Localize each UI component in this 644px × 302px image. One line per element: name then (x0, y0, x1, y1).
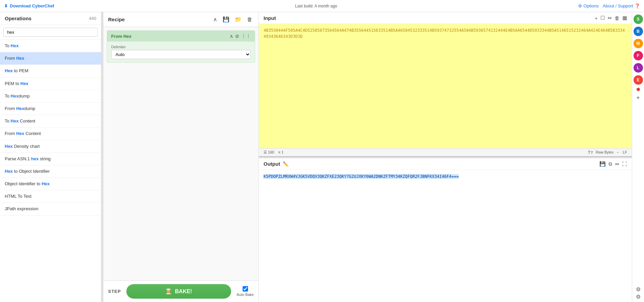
output-save-button[interactable]: 💾 (599, 161, 606, 167)
delimiter-label: Delimiter (111, 45, 251, 49)
input-status-bar: ☰ 160 ≡ 1 Tᴛ Raw Bytes ← LF (259, 148, 632, 156)
ops-item-from-hexdump[interactable]: From Hexdump (0, 103, 101, 115)
download-link[interactable]: ⬇ Download CyberChef (4, 3, 54, 8)
options-label: Options (584, 3, 599, 8)
recipe-title: Recipe (108, 17, 125, 22)
help-icon: ❓ (635, 3, 640, 8)
lf-label[interactable]: LF (623, 150, 627, 154)
recipe-collapse-button[interactable]: ∧ (212, 16, 219, 23)
char-count-label: ☰ 160 (264, 150, 274, 155)
input-text: 4B3550444F505A4C4D52585873564564A474B355… (264, 28, 625, 39)
settings-icon[interactable]: ⚙ (636, 294, 641, 300)
avatar-e[interactable]: E (634, 75, 643, 85)
output-fullscreen-button[interactable]: ⛶ (622, 161, 627, 167)
output-header-icons: 💾 ⧉ ⇔ ⛶ (599, 161, 627, 167)
search-input[interactable] (3, 28, 98, 37)
input-panel: Input + ☐ ⇔ 🗑 ▦ 4B3550444F505A4C4D525858… (259, 12, 632, 157)
notification-dot (637, 88, 640, 91)
bake-icon: 👨‍🍳 (166, 288, 172, 295)
char-count: 160 (268, 150, 274, 154)
auto-bake-wrap: Auto Bake (237, 286, 254, 297)
status-right: Tᴛ Raw Bytes ← LF (588, 150, 627, 155)
raw-bytes-label[interactable]: Raw Bytes (596, 150, 614, 154)
line-count: 1 (281, 150, 283, 154)
main-layout: Operations 440 To Hex From Hex Hex to PE… (0, 12, 644, 302)
ops-item-to-hex-content[interactable]: To Hex Content (0, 115, 101, 128)
ops-item-jpath[interactable]: JPath expression (0, 203, 101, 215)
auto-bake-checkbox[interactable] (243, 286, 248, 292)
from-hex-card: From Hex ∧ ⊘ ⋮⋮ Delimiter Auto (107, 30, 255, 63)
gear-icon: ⚙ (578, 3, 582, 8)
output-expand-button[interactable]: ⇔ (615, 161, 619, 167)
bake-bar: STEP 👨‍🍳 BAKE! Auto Bake (103, 280, 258, 302)
avatar-b[interactable]: B (634, 27, 643, 36)
line-count-label: ≡ 1 (278, 150, 283, 154)
input-content[interactable]: 4B3550444F505A4C4D52585873564564A474B355… (259, 24, 632, 148)
ops-item-pem-to-hex[interactable]: PEM to Hex (0, 78, 101, 90)
avatar-s[interactable]: S (634, 15, 643, 24)
top-bar: ⬇ Download CyberChef Last build: A month… (0, 0, 644, 12)
download-icon: ⬇ (4, 3, 8, 8)
delimiter-select[interactable]: Auto (111, 50, 251, 59)
tt-icon: Tᴛ (588, 150, 593, 155)
recipe-icons: ∧ 💾 📁 🗑 (212, 16, 254, 23)
last-build-label: Last build: A month ago (295, 4, 337, 8)
from-hex-disable-button[interactable]: ⊘ (235, 33, 239, 39)
from-hex-drag-handle[interactable]: ⋮⋮ (241, 33, 251, 39)
input-tabs-button[interactable]: ▦ (622, 15, 627, 21)
bake-button[interactable]: 👨‍🍳 BAKE! (126, 284, 231, 299)
recipe-save-button[interactable]: 💾 (221, 16, 231, 23)
auto-bake-label: Auto Bake (237, 293, 254, 297)
from-hex-card-icons: ∧ ⊘ ⋮⋮ (230, 33, 251, 39)
avatar-f[interactable]: F (634, 51, 643, 60)
io-area: Input + ☐ ⇔ 🗑 ▦ 4B3550444F505A4C4D525858… (259, 12, 632, 302)
from-hex-collapse-button[interactable]: ∧ (230, 33, 233, 39)
ops-item-oid-to-hex[interactable]: Object Identifier to Hex (0, 178, 101, 190)
ops-item-to-hexdump[interactable]: To Hexdump (0, 90, 101, 103)
input-folder-button[interactable]: ☐ (600, 15, 605, 21)
status-left: ☰ 160 ≡ 1 (264, 150, 283, 155)
ops-item-from-hex-content[interactable]: From Hex Content (0, 128, 101, 140)
from-hex-card-header: From Hex ∧ ⊘ ⋮⋮ (107, 31, 255, 42)
ops-item-hex-to-oid[interactable]: Hex to Object Identifier (0, 165, 101, 178)
output-panel: Output ✏️ 💾 ⧉ ⇔ ⛶ K5PDOPZLMRXW4VJGK5VDQV… (259, 158, 632, 302)
ops-item-to-hex[interactable]: To Hex (0, 40, 101, 52)
ops-item-hex-density-chart[interactable]: Hex Density chart (0, 140, 101, 153)
input-add-button[interactable]: + (595, 15, 598, 21)
ops-list: To Hex From Hex Hex to PEM PEM to Hex To… (0, 40, 101, 302)
gear-icon[interactable]: ⚙ (636, 286, 641, 293)
input-expand-button[interactable]: ⇔ (608, 15, 612, 21)
avatar-l[interactable]: L (634, 63, 643, 73)
output-title: Output (264, 161, 280, 167)
sidebar: Operations 440 To Hex From Hex Hex to PE… (0, 12, 101, 302)
magic-wand-icon[interactable]: ✏️ (283, 161, 289, 167)
ops-item-html-to-text[interactable]: HTML To Text (0, 190, 101, 203)
sidebar-count: 440 (89, 16, 96, 21)
ops-item-from-hex[interactable]: From Hex (0, 52, 101, 65)
add-account-button[interactable]: + (636, 94, 640, 102)
input-header: Input + ☐ ⇔ 🗑 ▦ (259, 12, 632, 24)
sidebar-header: Operations 440 (0, 12, 101, 25)
ops-item-hex-to-pem[interactable]: Hex to PEM (0, 65, 101, 77)
avatar-strip: S B M F L E + ⚙ ⚙ (632, 12, 644, 302)
search-box (0, 25, 101, 40)
avatar-m[interactable]: M (634, 39, 643, 48)
about-button[interactable]: About / Support ❓ (603, 3, 640, 8)
options-button[interactable]: ⚙ Options (578, 3, 599, 8)
input-header-icons: + ☐ ⇔ 🗑 ▦ (595, 15, 627, 21)
input-delete-button[interactable]: 🗑 (615, 15, 620, 21)
from-hex-card-body: Delimiter Auto (107, 42, 255, 62)
from-hex-card-title: From Hex (111, 34, 131, 39)
step-button[interactable]: STEP (108, 289, 121, 294)
recipe-header: Recipe ∧ 💾 📁 🗑 (103, 12, 258, 27)
output-text: K5PDOPZLMRXW4VJGK5VDQV3QKZFXE23QKY7G2UJX… (264, 174, 459, 179)
ops-item-parse-asn1-hex[interactable]: Parse ASN.1 hex string (0, 153, 101, 165)
recipe-panel: Recipe ∧ 💾 📁 🗑 From Hex ∧ ⊘ ⋮⋮ Delimiter (103, 12, 259, 302)
output-copy-button[interactable]: ⧉ (609, 161, 612, 167)
recipe-delete-button[interactable]: 🗑 (246, 16, 254, 23)
output-header: Output ✏️ 💾 ⧉ ⇔ ⛶ (259, 158, 632, 170)
output-content: K5PDOPZLMRXW4VJGK5VDQV3QKZFXE23QKY7G2UJX… (259, 170, 632, 302)
sidebar-title: Operations (5, 16, 31, 21)
bake-label: BAKE! (175, 289, 192, 295)
recipe-folder-button[interactable]: 📁 (233, 16, 243, 23)
